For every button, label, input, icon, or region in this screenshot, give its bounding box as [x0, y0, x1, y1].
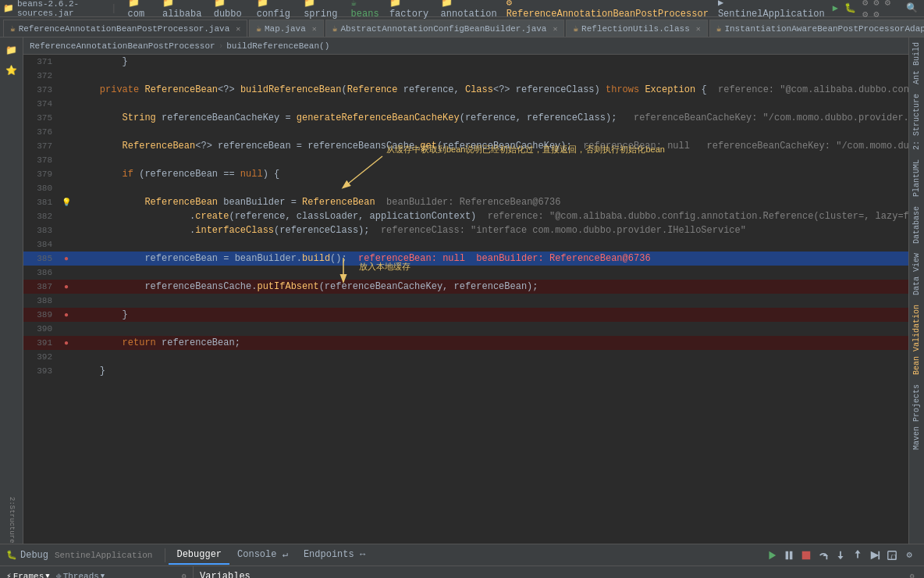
- evaluate-btn[interactable]: {}: [883, 547, 901, 564]
- frames-dropdown[interactable]: ▼: [45, 573, 49, 579]
- code-line-375: 375 String referenceBeanCacheKey = gener…: [23, 111, 908, 125]
- breadcrumb-method[interactable]: buildReferenceBean(): [226, 41, 329, 51]
- settings-btn[interactable]: ⚙: [901, 547, 918, 564]
- code-line-379: 379 if (referenceBean == null) {: [23, 167, 908, 181]
- svg-marker-9: [838, 555, 844, 558]
- right-panel-tabs: Ant Build 2: Structure PlantUML Database…: [908, 37, 924, 544]
- breadcrumb-class[interactable]: ReferenceAnnotationBeanPostProcessor: [30, 41, 215, 51]
- debug-panels: ⚡ Frames ▼ ⎆ Threads ▼ ⚙ ▼ "main"@1 in g…: [0, 566, 924, 578]
- variables-title: Variables: [200, 571, 251, 579]
- structure-tab[interactable]: 2: Structure: [911, 89, 922, 155]
- code-line-391: 391 ● return referenceBean;: [23, 336, 908, 350]
- left-sidebar: 📁 ⭐ 2:Structure: [0, 37, 23, 544]
- threads-dropdown[interactable]: ▼: [101, 573, 105, 579]
- resume-btn[interactable]: [763, 547, 780, 564]
- stepover-btn[interactable]: [815, 547, 832, 564]
- tab-abstract-label: AbstractAnnotationConfigBeanBuilder.java: [340, 24, 546, 34]
- tab-refanno-close[interactable]: ✕: [236, 24, 240, 34]
- run-btn[interactable]: ▶: [833, 2, 838, 14]
- variables-panel-container: Variables ⚙ ▶ this = {ReferenceAnnotatio…: [194, 566, 924, 578]
- sidebar-fav-icon[interactable]: ⭐: [2, 61, 21, 80]
- frames-threads-panel: ⚡ Frames ▼ ⎆ Threads ▼ ⚙ ▼ "main"@1 in g…: [0, 566, 194, 578]
- tab-map[interactable]: ☕ Map.java ✕: [249, 20, 323, 37]
- svg-marker-2: [769, 551, 777, 559]
- variables-header: Variables ⚙: [194, 566, 924, 578]
- tab-map-close[interactable]: ✕: [312, 24, 317, 34]
- menu-factory[interactable]: 📁 factory: [385, 0, 436, 17]
- stepinto-btn[interactable]: [832, 547, 849, 564]
- bottom-area: 🐛 Debug SentinelApplication Debugger Con…: [0, 544, 924, 578]
- sentinel-label: SentinelApplication: [55, 551, 152, 560]
- menu-config[interactable]: 📁 config: [252, 0, 299, 17]
- menu-refanno[interactable]: ⚙ ReferenceAnnotationBeanPostProcessor: [502, 0, 713, 17]
- threads-header-tab[interactable]: ⎆ Threads ▼: [56, 572, 105, 579]
- code-container[interactable]: 371 } 372 373 private ReferenceBean<?> b…: [23, 55, 908, 544]
- code-line-390: 390: [23, 322, 908, 336]
- maven-tab[interactable]: Maven Projects: [911, 380, 922, 455]
- threads-label: Threads: [63, 572, 99, 579]
- tab-abstract-close[interactable]: ✕: [553, 24, 557, 34]
- tab-reflection-label: ReflectionUtils.class: [581, 24, 690, 34]
- menu-annotation[interactable]: 📁 annotation: [436, 0, 502, 17]
- menu-alibaba[interactable]: 📁 alibaba: [158, 0, 209, 17]
- frames-label: Frames: [13, 572, 44, 579]
- code-line-374: 374: [23, 97, 908, 111]
- code-editor: ReferenceAnnotationBeanPostProcessor › b…: [23, 37, 908, 544]
- code-line-381: 381 💡 ReferenceBean beanBuilder = Refere…: [23, 195, 908, 209]
- svg-marker-12: [871, 551, 880, 559]
- ant-build-tab[interactable]: Ant Build: [911, 37, 922, 89]
- code-line-373: 373 private ReferenceBean<?> buildRefere…: [23, 83, 908, 97]
- debugger-tab[interactable]: Debugger: [169, 546, 229, 565]
- code-line-389: 389 ● }: [23, 308, 908, 322]
- code-line-377: 377 ReferenceBean<?> referenceBean = ref…: [23, 139, 908, 153]
- code-line-387: 387 ● referenceBeansCache.putIfAbsent(re…: [23, 280, 908, 294]
- menu-dubbo[interactable]: 📁 dubbo: [209, 0, 252, 17]
- menu-sentinel[interactable]: ▶ SentinelApplication: [713, 0, 830, 17]
- runcursor-btn[interactable]: [866, 547, 883, 564]
- code-line-376: 376: [23, 125, 908, 139]
- menu-spring[interactable]: 📁 spring: [299, 0, 346, 17]
- tab-abstract[interactable]: ☕ AbstractAnnotationConfigBeanBuilder.ja…: [325, 20, 565, 37]
- svg-text:{}: {}: [890, 552, 897, 559]
- database-tab[interactable]: Database: [911, 202, 922, 248]
- svg-rect-5: [802, 551, 811, 559]
- sidebar-project-icon[interactable]: 📁: [2, 41, 21, 59]
- menu-bar: 📁 beans-2.6.2-sources.jar | 📁 com 📁 alib…: [0, 0, 924, 17]
- code-line-392: 392: [23, 350, 908, 364]
- file-tabs: ☕ ReferenceAnnotationBeanPostProcessor.j…: [0, 17, 924, 37]
- svg-rect-3: [786, 551, 789, 559]
- code-line-382: 382 .create(reference, classLoader, appl…: [23, 209, 908, 223]
- project-name: 📁: [3, 3, 14, 13]
- dataview-tab[interactable]: Data View: [911, 248, 922, 300]
- frames-icon: ⚡: [6, 571, 12, 578]
- console-tab[interactable]: Console ↵: [229, 545, 296, 565]
- tab-reflection[interactable]: ☕ ReflectionUtils.class ✕: [566, 20, 707, 37]
- pause-btn[interactable]: [780, 547, 798, 564]
- frames-settings[interactable]: ⚙: [182, 572, 187, 579]
- code-line-384: 384: [23, 237, 908, 252]
- variables-settings[interactable]: ⚙: [910, 572, 915, 579]
- main-area: 📁 ⭐ 2:Structure ReferenceAnnotationBeanP…: [0, 37, 924, 544]
- plantuml-tab[interactable]: PlantUML: [911, 155, 922, 202]
- beanvalidation-tab[interactable]: Bean Validation: [911, 300, 922, 380]
- endpoints-tab[interactable]: Endpoints ↔: [296, 546, 373, 565]
- code-line-372: 372: [23, 69, 908, 83]
- svg-rect-4: [790, 551, 793, 559]
- debug-topbar: 🐛 Debug SentinelApplication Debugger Con…: [0, 544, 924, 566]
- menu-beans[interactable]: ☕ beans: [346, 0, 385, 17]
- tab-instantiation[interactable]: ☕ InstantiationAwareBeanPostProcessorAda…: [709, 20, 924, 37]
- menu-com[interactable]: 📁 com: [123, 0, 158, 17]
- code-line-388: 388: [23, 294, 908, 308]
- debug-run-btn[interactable]: 🐛: [844, 2, 856, 14]
- sidebar-structure-icon[interactable]: 2:Structure: [4, 497, 20, 544]
- code-line-383: 383 .interfaceClass(referenceClass); ref…: [23, 223, 908, 237]
- search-icon[interactable]: 🔍: [906, 2, 918, 14]
- tab-map-label: Map.java: [265, 24, 306, 34]
- code-line-393: 393 }: [23, 364, 908, 378]
- tab-reflection-close[interactable]: ✕: [696, 24, 701, 34]
- tab-instantiation-label: InstantiationAwareBeanPostProcessorAdapt…: [724, 24, 924, 34]
- frames-header-tab[interactable]: ⚡ Frames ▼: [6, 571, 50, 578]
- tab-refanno[interactable]: ☕ ReferenceAnnotationBeanPostProcessor.j…: [3, 20, 247, 37]
- stepout-btn[interactable]: [849, 547, 866, 564]
- stop-btn[interactable]: [798, 547, 815, 564]
